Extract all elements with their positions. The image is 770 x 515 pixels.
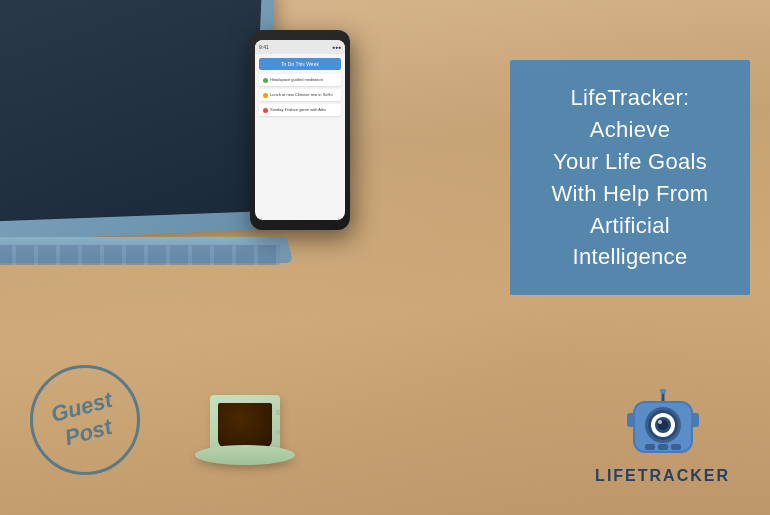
robot-icon (623, 389, 703, 461)
svg-rect-12 (645, 444, 655, 450)
task-item-2: Lunch at new Chinese rest in SoHo (259, 89, 341, 101)
scene: 9:41●●● To Do This Week Headspace guided… (0, 0, 770, 515)
svg-rect-13 (658, 444, 668, 450)
phone: 9:41●●● To Do This Week Headspace guided… (250, 30, 350, 230)
lifetracker-logo: LIFETRACKER (595, 389, 730, 485)
task-item-3: Sunday Frisbee game with Alex (259, 104, 341, 116)
coffee-cup (210, 400, 280, 465)
guest-post-badge: Guest Post (30, 365, 140, 475)
svg-point-1 (660, 389, 666, 394)
svg-rect-10 (627, 413, 635, 427)
lifetracker-name: LIFETRACKER (595, 467, 730, 485)
svg-point-9 (658, 420, 662, 424)
task-item-1: Headspace guided meditation (259, 74, 341, 86)
svg-rect-14 (671, 444, 681, 450)
phone-header: To Do This Week (259, 58, 341, 70)
svg-rect-11 (691, 413, 699, 427)
info-box-text: LifeTracker: Achieve Your Life Goals Wit… (534, 82, 726, 273)
info-box: LifeTracker: Achieve Your Life Goals Wit… (510, 60, 750, 295)
